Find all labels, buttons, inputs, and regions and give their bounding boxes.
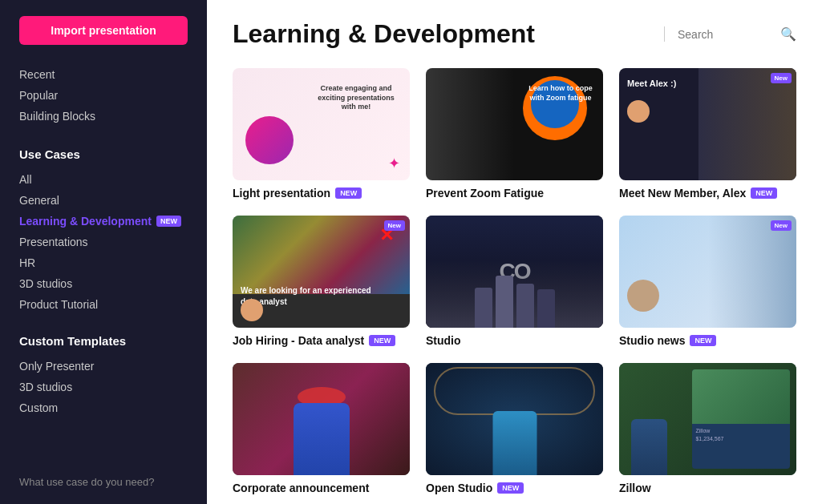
card8-presenter — [492, 411, 537, 475]
use-cases-title: Use Cases — [19, 147, 188, 161]
template-card-2[interactable]: Learn how to cope with Zoom fatigue Prev… — [426, 68, 603, 200]
card3-meet-text: Meet Alex :) — [627, 78, 676, 89]
thumb-job-hiring: ✕ We are looking for an experienced data… — [233, 216, 410, 328]
search-input[interactable] — [678, 28, 774, 41]
card7-label: Corporate announcement — [233, 482, 410, 494]
thumb-studio-news: New — [619, 216, 796, 328]
card6-badge: New — [690, 335, 716, 346]
nav-building-blocks[interactable]: Building Blocks — [19, 106, 188, 127]
main-header: Learning & Development 🔍 — [233, 19, 796, 49]
sidebar-item-all[interactable]: All — [19, 169, 188, 190]
card3-bg-person — [698, 68, 796, 180]
card9-house-card: Zillow$1,234,567 — [692, 369, 790, 469]
import-button[interactable]: Import presentation — [19, 16, 188, 45]
nav-popular[interactable]: Popular — [19, 85, 188, 106]
card1-dots: ✦ — [388, 155, 400, 172]
learning-new-badge: New — [156, 216, 181, 227]
thumb-corporate — [233, 363, 410, 475]
card4-avatar — [241, 299, 263, 321]
card9-label: Zillow — [619, 482, 796, 494]
use-cases-nav: All General Learning & Development New P… — [19, 169, 188, 315]
template-card-5[interactable]: CO Studio — [426, 216, 603, 347]
template-card-8[interactable]: Open Studio New — [426, 363, 603, 494]
card4-hiring-text: We are looking for an experienced data a… — [241, 285, 385, 308]
card1-text: Create engaging and exciting presentatio… — [312, 84, 400, 112]
card3-badge: New — [751, 187, 777, 199]
card9-presenter — [631, 419, 667, 475]
sidebar: Import presentation Recent Popular Build… — [0, 0, 207, 504]
card5-people — [475, 276, 555, 328]
sidebar-item-hr[interactable]: HR — [19, 252, 188, 273]
nav-recent[interactable]: Recent — [19, 64, 188, 85]
sidebar-item-presentations[interactable]: Presentations — [19, 232, 188, 252]
card4-badge: New — [369, 335, 395, 346]
card6-presenter-circle — [627, 280, 659, 312]
search-box: 🔍 — [664, 26, 796, 42]
card1-new-badge: New — [335, 187, 362, 199]
card5-label: Studio — [426, 334, 603, 347]
sidebar-item-only-presenter[interactable]: Only Presenter — [19, 356, 188, 377]
thumb-zoom-fatigue: Learn how to cope with Zoom fatigue — [426, 68, 603, 180]
card3-label: Meet New Member, Alex New — [619, 187, 796, 200]
sidebar-item-3d-studios-custom[interactable]: 3D studios — [19, 377, 188, 397]
card4-label: Job Hiring - Data analyst New — [233, 334, 410, 347]
card6-new-badge: New — [771, 220, 792, 231]
card8-label: Open Studio New — [426, 482, 603, 494]
templates-grid: Create engaging and exciting presentatio… — [233, 68, 796, 494]
card8-badge: New — [497, 482, 524, 494]
template-card-7[interactable]: Corporate announcement — [233, 363, 410, 494]
custom-templates-title: Custom Templates — [19, 334, 188, 348]
sidebar-item-3d-studios[interactable]: 3D studios — [19, 273, 188, 294]
card4-new-badge: New — [384, 220, 405, 231]
sidebar-item-product-tutorial[interactable]: Product Tutorial — [19, 294, 188, 315]
thumb-light-presentation: Create engaging and exciting presentatio… — [233, 68, 410, 180]
template-card-4[interactable]: ✕ We are looking for an experienced data… — [233, 216, 410, 347]
card3-avatar — [627, 100, 650, 123]
template-card-9[interactable]: Zillow$1,234,567 Zillow — [619, 363, 796, 494]
sidebar-item-custom[interactable]: Custom — [19, 397, 188, 418]
card1-label: Light presentation New — [233, 187, 410, 200]
page-title: Learning & Development — [233, 19, 535, 49]
simple-nav: Recent Popular Building Blocks — [19, 64, 188, 127]
thumb-meet-alex: Meet Alex :) New — [619, 68, 796, 180]
card6-news-person — [708, 216, 797, 328]
card2-label: Prevent Zoom Fatigue — [426, 187, 603, 200]
sidebar-footer: What use case do you need? — [19, 476, 188, 488]
main-content: Learning & Development 🔍 Create engaging… — [207, 0, 822, 504]
thumb-open-studio — [426, 363, 603, 475]
custom-templates-nav: Only Presenter 3D studios Custom — [19, 356, 188, 418]
card7-presenter — [294, 403, 350, 475]
sidebar-item-general[interactable]: General — [19, 190, 188, 211]
search-icon[interactable]: 🔍 — [780, 26, 796, 42]
template-card-3[interactable]: Meet Alex :) New Meet New Member, Alex N… — [619, 68, 796, 200]
thumb-zillow: Zillow$1,234,567 — [619, 363, 796, 475]
sidebar-item-learning[interactable]: Learning & Development New — [19, 211, 188, 232]
template-card-1[interactable]: Create engaging and exciting presentatio… — [233, 68, 410, 200]
card6-label: Studio news New — [619, 334, 796, 347]
card8-window-frame — [434, 367, 595, 415]
card2-text: Learn how to cope with Zoom fatigue — [524, 84, 597, 103]
thumb-studio: CO — [426, 216, 603, 328]
template-card-6[interactable]: New Studio news New — [619, 216, 796, 347]
card3-new-badge: New — [771, 73, 792, 83]
person-circle-1 — [245, 116, 294, 164]
